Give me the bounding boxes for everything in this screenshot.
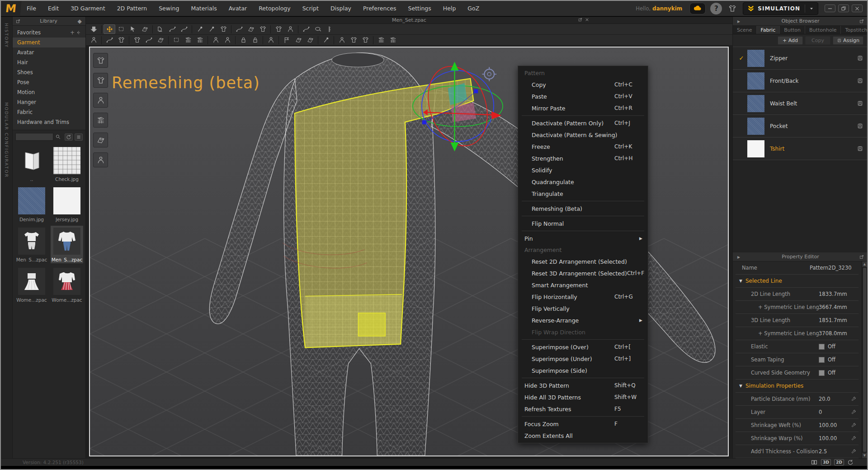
wrench-icon[interactable] <box>849 436 857 442</box>
avatar-cloth-tool[interactable] <box>348 35 359 45</box>
fabric-swatch[interactable] <box>747 118 764 135</box>
arrange-front-tool[interactable] <box>273 24 284 34</box>
texture-check-tool[interactable] <box>182 35 194 45</box>
scroll-down-icon[interactable]: ▼ <box>862 453 867 458</box>
category-hanger[interactable]: Hanger <box>13 97 85 107</box>
menu-item-refresh-textures[interactable]: Refresh TexturesF5 <box>518 403 648 415</box>
texture-check-2-tool[interactable] <box>194 35 206 45</box>
wrench-icon[interactable] <box>849 449 857 455</box>
menu-display[interactable]: Display <box>325 1 357 16</box>
back-icon[interactable] <box>75 30 81 35</box>
save-fabric-icon[interactable] <box>857 123 863 129</box>
tack-tool[interactable] <box>206 24 217 34</box>
simulation-button[interactable]: SIMULATION <box>743 2 818 15</box>
restore-button[interactable] <box>838 5 849 12</box>
panel-close-icon[interactable] <box>585 17 590 22</box>
pin-panel-icon[interactable]: ◆ <box>76 18 83 24</box>
menu-item-copy[interactable]: CopyCtrl+C <box>518 79 648 90</box>
category-fabric[interactable]: Fabric <box>13 107 85 117</box>
fabric-row-zipper[interactable]: ✓ Zipper <box>733 47 867 70</box>
flatten-seam-tool[interactable] <box>143 35 155 45</box>
username-label[interactable]: dannykim <box>652 5 682 12</box>
grid-plane-tool[interactable] <box>375 35 387 45</box>
collapse-panel-icon[interactable]: ▸ <box>736 254 742 260</box>
menu-item-remeshing-beta[interactable]: Remeshing (Beta) <box>518 203 648 214</box>
tab-scene[interactable]: Scene <box>733 26 757 34</box>
shrinkage-weft-value[interactable]: 100.00 <box>819 422 849 428</box>
walk-avatar-tool[interactable] <box>88 35 99 45</box>
menu-item-mirror-paste[interactable]: Mirror PasteCtrl+R <box>518 102 648 114</box>
seam-taping-checkbox[interactable] <box>819 357 825 363</box>
wrench-icon[interactable] <box>849 409 857 415</box>
menu-help[interactable]: Help <box>437 1 462 16</box>
property-editor-scrollbar[interactable]: ▲ ▼ <box>862 261 867 458</box>
wrap-arrange-tool[interactable] <box>257 24 269 34</box>
menu-item-hide-3d-pattern[interactable]: Hide 3D PatternShift+Q <box>518 380 648 391</box>
scrollbar-thumb[interactable] <box>863 268 866 452</box>
panel-popout-icon[interactable] <box>578 17 583 22</box>
tab-button[interactable]: Button <box>780 26 805 34</box>
shirt-fit-tool[interactable] <box>359 35 371 45</box>
section-selected-line[interactable]: ▼ Selected Line <box>736 275 859 288</box>
library-item-men-set-1[interactable]: Men_S...zpac <box>15 226 48 263</box>
select-move-tool[interactable] <box>104 24 115 34</box>
select-rectangle-tool[interactable] <box>115 24 127 34</box>
list-view-button[interactable] <box>75 133 83 141</box>
transform-pattern-tool[interactable] <box>139 24 151 34</box>
lock-tool[interactable] <box>237 35 249 45</box>
fabric-row-waist-belt[interactable]: Waist Belt <box>733 92 867 115</box>
category-shoes[interactable]: Shoes <box>13 67 85 77</box>
fabric-swatch[interactable] <box>747 72 764 90</box>
menu-2d-pattern[interactable]: 2D Pattern <box>111 1 153 16</box>
avatar-display-toggle[interactable] <box>93 152 108 167</box>
library-item-parent-folder[interactable]: .. <box>15 145 48 183</box>
paint-texture-tool[interactable] <box>170 35 182 45</box>
menu-item-reset-3d-arrangement[interactable]: Reset 3D Arrangement (Selected)Ctrl+F <box>518 267 648 279</box>
show-pattern-toggle[interactable] <box>93 133 108 147</box>
show-avatar-toggle[interactable] <box>93 93 108 108</box>
menu-item-flip-vertically[interactable]: Flip Vertically <box>518 303 648 314</box>
menu-3d-garment[interactable]: 3D Garment <box>65 1 111 16</box>
menu-edit[interactable]: Edit <box>42 1 65 16</box>
scroll-up-icon[interactable]: ▲ <box>862 261 867 267</box>
refresh-icon[interactable] <box>847 459 854 465</box>
category-avatar[interactable]: Avatar <box>13 47 85 57</box>
elastic-checkbox[interactable] <box>819 344 825 350</box>
tab-fabric[interactable]: Fabric <box>757 26 780 34</box>
show-garment-toggle[interactable] <box>93 53 108 68</box>
menu-item-superimpose-under[interactable]: Superimpose (Under)Ctrl+] <box>518 353 648 365</box>
add-favorite-icon[interactable]: + <box>69 29 75 36</box>
popout-icon[interactable] <box>859 254 864 260</box>
simulate-tool[interactable] <box>88 24 99 34</box>
fabric-row-tshirt[interactable]: Tshirt <box>733 138 867 160</box>
search-icon[interactable] <box>55 134 61 140</box>
assign-fabric-button[interactable]: Assign <box>833 36 863 45</box>
menu-item-reverse-arrange[interactable]: Reverse-Arrange▶ <box>518 314 648 326</box>
steam-tool[interactable] <box>320 35 332 45</box>
wrench-icon[interactable] <box>849 396 857 402</box>
pattern-name-value[interactable]: Pattern2D_3230 <box>810 265 857 271</box>
arrange-pair-tool[interactable] <box>284 24 296 34</box>
menu-script[interactable]: Script <box>297 1 325 16</box>
menu-item-smart-arrangement[interactable]: Smart Arrangement <box>518 279 648 291</box>
split-view-icon[interactable] <box>811 459 818 466</box>
library-item-check[interactable]: Check.jpg <box>51 145 83 183</box>
tab-buttonhole[interactable]: Buttonhole <box>805 26 841 34</box>
history-tab[interactable]: HISTORY <box>4 23 9 48</box>
tape-measure-tool[interactable] <box>312 24 324 34</box>
flatten-layer-tool[interactable] <box>155 35 166 45</box>
menu-item-zoom-extents-all[interactable]: Zoom Extents All <box>518 430 648 442</box>
fabric-swatch[interactable] <box>747 50 764 67</box>
menu-settings[interactable]: Settings <box>402 1 437 16</box>
copy-fabric-button[interactable]: Copy <box>805 36 830 45</box>
library-item-jersey[interactable]: Jersey.jpg <box>51 185 83 223</box>
category-hardware-trims[interactable]: Hardware and Trims <box>13 117 85 127</box>
save-fabric-icon[interactable] <box>857 77 863 84</box>
save-fabric-icon[interactable] <box>857 55 863 62</box>
edit-style-line-tool[interactable] <box>115 35 127 45</box>
fabric-swatch[interactable] <box>747 140 764 157</box>
menu-item-superimpose-side[interactable]: Superimpose (Side) <box>518 365 648 376</box>
select-box-tool[interactable] <box>127 24 139 34</box>
ruler-tool[interactable] <box>324 24 335 34</box>
pocket-pattern[interactable] <box>358 313 385 336</box>
